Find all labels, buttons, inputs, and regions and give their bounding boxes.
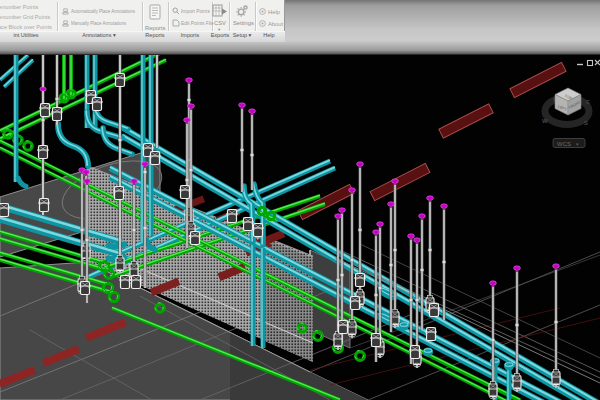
svg-text:W: W xyxy=(542,118,548,124)
svg-text:E: E xyxy=(586,99,590,105)
svg-text:S: S xyxy=(584,120,588,126)
svg-text:WCS: WCS xyxy=(557,141,571,147)
